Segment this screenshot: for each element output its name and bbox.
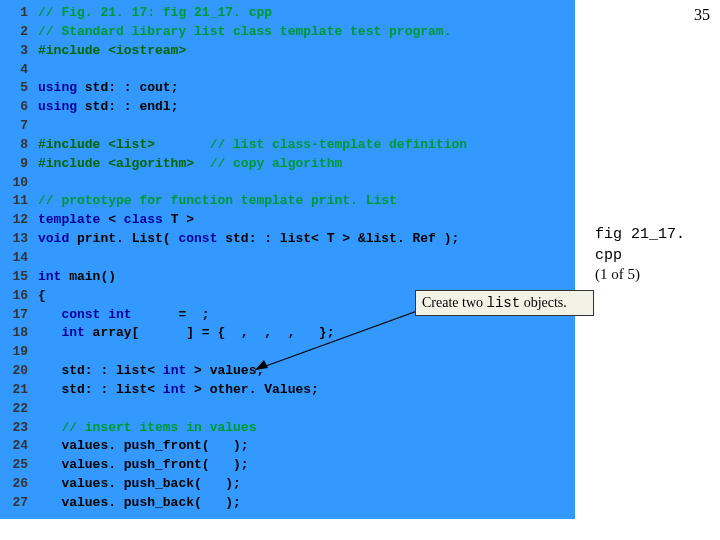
side-part: (1 of 5) <box>595 266 640 282</box>
line-content: #include <list> // list class-template d… <box>38 136 467 155</box>
slide-number: 35 <box>694 6 710 24</box>
line-content: values. push_front( ); <box>38 437 249 456</box>
callout-text-pre: Create two <box>422 295 487 310</box>
line-number: 26 <box>0 475 38 494</box>
code-line: 12template < class T > <box>0 211 575 230</box>
code-line: 15int main() <box>0 268 575 287</box>
code-line: 25 values. push_front( ); <box>0 456 575 475</box>
line-number: 24 <box>0 437 38 456</box>
line-number: 6 <box>0 98 38 117</box>
line-number: 2 <box>0 23 38 42</box>
code-line: 5using std: : cout; <box>0 79 575 98</box>
line-number: 21 <box>0 381 38 400</box>
line-number: 12 <box>0 211 38 230</box>
line-number: 20 <box>0 362 38 381</box>
line-number: 3 <box>0 42 38 61</box>
code-line: 8#include <list> // list class-template … <box>0 136 575 155</box>
line-content: // Standard library list class template … <box>38 23 451 42</box>
line-number: 19 <box>0 343 38 362</box>
code-line: 1// Fig. 21. 17: fig 21_17. cpp <box>0 4 575 23</box>
code-line: 22 <box>0 400 575 419</box>
line-content: std: : list< int > other. Values; <box>38 381 319 400</box>
line-number: 7 <box>0 117 38 136</box>
callout-text-post: objects. <box>520 295 567 310</box>
callout-box: Create two list objects. <box>415 290 594 316</box>
line-number: 16 <box>0 287 38 306</box>
svg-marker-1 <box>255 360 268 370</box>
code-line: 11// prototype for function template pri… <box>0 192 575 211</box>
line-number: 27 <box>0 494 38 513</box>
code-line: 4 <box>0 61 575 80</box>
code-block: 1// Fig. 21. 17: fig 21_17. cpp2// Stand… <box>0 0 575 519</box>
line-content: values. push_back( ); <box>38 494 241 513</box>
line-number: 18 <box>0 324 38 343</box>
line-content: #include <iostream> <box>38 42 186 61</box>
line-number: 4 <box>0 61 38 80</box>
code-line: 2// Standard library list class template… <box>0 23 575 42</box>
code-line: 7 <box>0 117 575 136</box>
line-number: 17 <box>0 306 38 325</box>
line-number: 5 <box>0 79 38 98</box>
callout-arrow <box>250 310 430 380</box>
line-number: 1 <box>0 4 38 23</box>
line-number: 22 <box>0 400 38 419</box>
code-line: 27 values. push_back( ); <box>0 494 575 513</box>
code-line: 9#include <algorithm> // copy algorithm <box>0 155 575 174</box>
line-number: 23 <box>0 419 38 438</box>
line-content: values. push_front( ); <box>38 456 249 475</box>
line-number: 14 <box>0 249 38 268</box>
svg-line-0 <box>255 310 420 370</box>
line-content: std: : list< int > values; <box>38 362 264 381</box>
line-number: 9 <box>0 155 38 174</box>
code-line: 21 std: : list< int > other. Values; <box>0 381 575 400</box>
line-content: // prototype for function template print… <box>38 192 397 211</box>
code-line: 23 // insert items in values <box>0 419 575 438</box>
code-line: 10 <box>0 174 575 193</box>
line-content: #include <algorithm> // copy algorithm <box>38 155 342 174</box>
code-line: 6using std: : endl; <box>0 98 575 117</box>
line-content: // Fig. 21. 17: fig 21_17. cpp <box>38 4 272 23</box>
line-content: { <box>38 287 46 306</box>
code-line: 13void print. List( const std: : list< T… <box>0 230 575 249</box>
side-caption: fig 21_17. cpp (1 of 5) <box>595 224 720 285</box>
line-content: values. push_back( ); <box>38 475 241 494</box>
line-number: 8 <box>0 136 38 155</box>
line-content: using std: : endl; <box>38 98 178 117</box>
code-line: 26 values. push_back( ); <box>0 475 575 494</box>
line-number: 10 <box>0 174 38 193</box>
line-content: const int = ; <box>38 306 210 325</box>
callout-code: list <box>487 295 521 311</box>
line-number: 13 <box>0 230 38 249</box>
code-line: 3#include <iostream> <box>0 42 575 61</box>
line-content: void print. List( const std: : list< T >… <box>38 230 459 249</box>
line-number: 11 <box>0 192 38 211</box>
code-line: 24 values. push_front( ); <box>0 437 575 456</box>
line-number: 15 <box>0 268 38 287</box>
line-number: 25 <box>0 456 38 475</box>
line-content: // insert items in values <box>38 419 256 438</box>
side-file: fig 21_17. cpp <box>595 226 685 264</box>
line-content: template < class T > <box>38 211 194 230</box>
code-line: 14 <box>0 249 575 268</box>
line-content: using std: : cout; <box>38 79 178 98</box>
line-content: int main() <box>38 268 116 287</box>
